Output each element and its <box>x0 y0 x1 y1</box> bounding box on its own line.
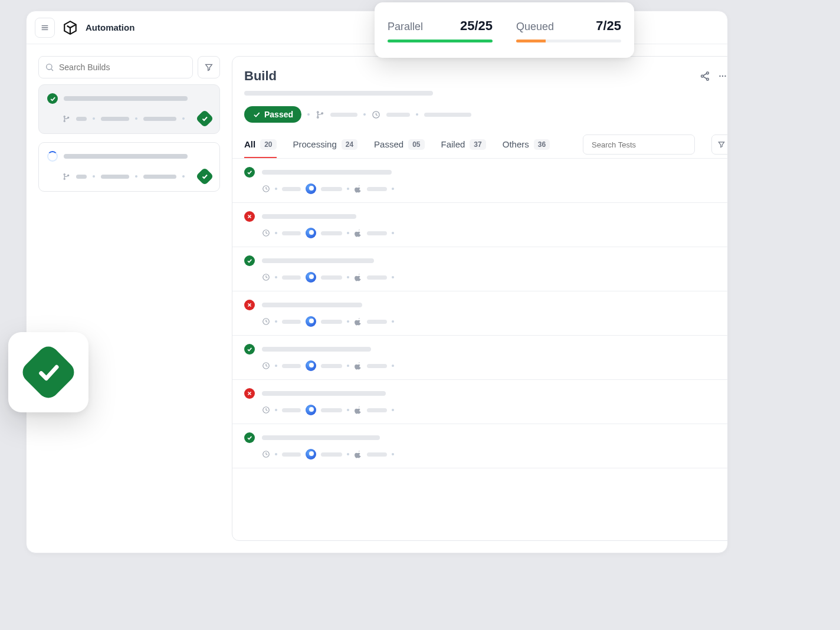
stat-label: Queued <box>516 21 554 33</box>
build-passed-badge <box>195 167 214 185</box>
stat-value: 25/25 <box>460 18 493 34</box>
clock-icon <box>262 406 270 414</box>
apple-icon <box>354 273 362 281</box>
status-passed-icon <box>47 93 58 104</box>
tab-others[interactable]: Others36 <box>503 132 550 158</box>
branch-icon <box>63 115 70 123</box>
clock-icon <box>262 450 270 458</box>
safari-icon <box>306 360 316 371</box>
status-passed-icon <box>244 344 255 355</box>
clock-icon <box>262 317 270 326</box>
test-row[interactable] <box>232 203 727 247</box>
branch-icon <box>316 110 324 119</box>
success-badge-card <box>8 332 88 412</box>
tests-filter-button[interactable] <box>711 134 727 155</box>
build-subtitle-placeholder <box>244 91 433 96</box>
tab-processing[interactable]: Processing24 <box>293 132 358 158</box>
test-row[interactable] <box>232 291 727 336</box>
stats-card: Parallel 25/25 Queued 7/25 <box>375 2 634 58</box>
tab-label: Processing <box>293 139 337 149</box>
safari-icon <box>306 272 316 283</box>
build-passed-badge <box>195 109 214 127</box>
build-panel: Build Passed <box>232 56 727 541</box>
main: Build Passed <box>232 56 727 541</box>
panel-title: Build <box>244 68 696 84</box>
tab-count: 05 <box>408 139 424 150</box>
stat-parallel: Parallel 25/25 <box>388 18 493 42</box>
app-title: Automation <box>86 22 134 32</box>
tab-label: Others <box>503 139 529 149</box>
stat-bar <box>388 40 493 42</box>
status-failed-icon <box>244 388 255 399</box>
search-builds-input[interactable] <box>38 56 193 78</box>
svg-point-19 <box>317 111 319 113</box>
more-button[interactable] <box>714 67 727 85</box>
stat-queued: Queued 7/25 <box>516 18 621 42</box>
build-card[interactable] <box>38 84 220 134</box>
test-row[interactable] <box>232 159 727 203</box>
tab-count: 20 <box>260 139 276 150</box>
tab-label: Failed <box>441 139 465 149</box>
svg-line-4 <box>51 69 53 71</box>
app-body: Build Passed <box>27 44 727 553</box>
share-icon <box>700 71 710 81</box>
safari-icon <box>306 183 316 194</box>
apple-icon <box>354 450 362 458</box>
clock-icon <box>262 362 270 370</box>
more-icon <box>717 71 727 81</box>
menu-button[interactable] <box>35 18 55 38</box>
build-card[interactable] <box>38 142 220 192</box>
tabs-row: All20Processing24Passed05Failed37Others3… <box>232 131 727 159</box>
app-window: Automation Build <box>26 11 728 553</box>
stat-bar-fill <box>388 40 493 42</box>
svg-point-5 <box>64 116 65 117</box>
safari-icon <box>306 316 316 327</box>
test-row[interactable] <box>232 336 727 380</box>
svg-point-8 <box>64 173 65 175</box>
svg-point-17 <box>722 76 723 77</box>
safari-icon <box>306 405 316 415</box>
test-row[interactable] <box>232 424 727 468</box>
apple-icon <box>354 185 362 193</box>
status-passed-icon <box>244 432 255 443</box>
svg-point-18 <box>724 76 726 77</box>
clock-icon <box>372 110 380 119</box>
check-icon <box>252 110 261 119</box>
sidebar <box>38 56 220 541</box>
tab-all[interactable]: All20 <box>244 132 277 158</box>
search-tests-input[interactable] <box>583 134 695 155</box>
tab-count: 37 <box>470 139 485 150</box>
filter-icon <box>717 140 726 149</box>
tab-label: All <box>244 139 255 149</box>
test-row[interactable] <box>232 247 727 291</box>
tab-failed[interactable]: Failed37 <box>441 132 486 158</box>
status-failed-icon <box>244 300 255 310</box>
svg-point-9 <box>64 178 65 179</box>
svg-line-14 <box>703 74 707 76</box>
app-logo <box>62 19 78 36</box>
share-button[interactable] <box>696 67 714 85</box>
menu-icon <box>40 23 50 32</box>
tab-count: 24 <box>342 139 357 150</box>
success-badge <box>18 342 78 402</box>
stat-value: 7/25 <box>596 18 621 34</box>
tests-list <box>232 159 727 540</box>
clock-icon <box>262 185 270 193</box>
svg-point-16 <box>719 76 720 77</box>
svg-point-6 <box>64 120 65 122</box>
stat-bar <box>516 40 621 42</box>
apple-icon <box>354 317 362 326</box>
build-meta-row: Passed <box>244 106 727 123</box>
status-running-icon <box>47 151 58 162</box>
tab-count: 36 <box>534 139 550 150</box>
svg-point-3 <box>47 64 52 70</box>
clock-icon <box>262 273 270 281</box>
tab-passed[interactable]: Passed05 <box>374 132 424 158</box>
apple-icon <box>354 229 362 237</box>
test-row[interactable] <box>232 380 727 424</box>
check-icon <box>36 360 61 385</box>
clock-icon <box>262 229 270 237</box>
safari-icon <box>306 228 316 238</box>
apple-icon <box>354 406 362 414</box>
builds-filter-button[interactable] <box>198 56 220 78</box>
